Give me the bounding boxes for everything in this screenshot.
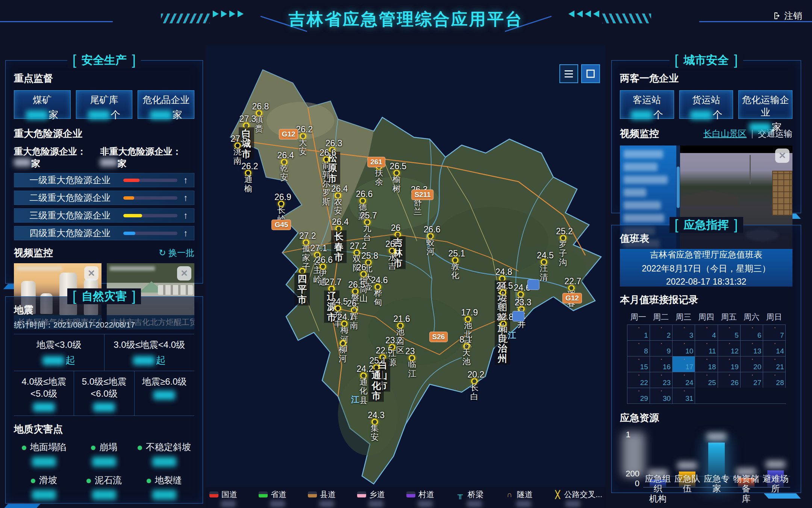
calendar-day-cell[interactable]: 31 bbox=[673, 388, 695, 403]
geo-hazard-item: 泥石流 bbox=[74, 474, 134, 501]
calendar-dot-icon bbox=[638, 375, 639, 376]
two-passenger-heading: 两客一危企业 bbox=[620, 72, 792, 85]
hidden-value bbox=[418, 500, 433, 507]
weather-station: 24.6桦甸 bbox=[375, 284, 381, 290]
stat-suffix: 个 bbox=[653, 108, 663, 121]
two-passenger-buttons: 客运站个货运站个危化运输企业家 bbox=[620, 90, 792, 119]
weekday-label: 周四 bbox=[695, 312, 717, 322]
station-name: 临江 bbox=[408, 360, 416, 378]
calendar-day-cell[interactable]: 21 bbox=[763, 356, 786, 372]
calendar-day-cell[interactable]: 29 bbox=[627, 388, 650, 403]
stat-button[interactable]: 货运站个 bbox=[679, 90, 733, 119]
calendar-day-cell[interactable]: 17 bbox=[673, 356, 695, 372]
hidden-value bbox=[152, 490, 176, 500]
calendar-day-cell[interactable]: 15 bbox=[627, 356, 650, 372]
station-temperature: 24.8 bbox=[495, 267, 512, 277]
calendar-day-cell[interactable]: 26 bbox=[718, 372, 741, 388]
calendar-day-cell[interactable]: 12 bbox=[718, 340, 741, 356]
province-map[interactable]: 26.8镇赉27.3白城市27.5洮南26.2大安26.2通榆26.4乾安26.… bbox=[206, 45, 605, 508]
stat-button[interactable]: 煤矿家 bbox=[14, 90, 71, 119]
logout-button[interactable]: 注销 bbox=[773, 10, 802, 22]
calendar-day-cell[interactable]: 23 bbox=[650, 372, 673, 388]
calendar-day-cell[interactable]: 27 bbox=[741, 372, 763, 388]
weather-station: 26.6德惠 bbox=[359, 198, 366, 204]
calendar-day-cell[interactable]: 1 bbox=[627, 325, 650, 340]
station-name: 农安 bbox=[334, 197, 342, 215]
stat-button[interactable]: 危化运输企业家 bbox=[738, 90, 792, 119]
hidden-value bbox=[749, 123, 771, 132]
chart-x-labels: 应急组织 机构应急队伍应急专家物资储备 库避难场所 bbox=[643, 474, 790, 503]
weather-station: 26.6伊通 bbox=[320, 263, 326, 270]
calendar-day-cell[interactable]: 10 bbox=[673, 340, 695, 356]
calendar-day-cell[interactable]: 7 bbox=[763, 325, 786, 340]
green-dot-icon bbox=[22, 446, 26, 450]
stat-suffix: 个 bbox=[713, 108, 723, 121]
calendar-dot-icon bbox=[661, 390, 662, 391]
calendar-day-cell[interactable]: 2 bbox=[650, 325, 673, 340]
hidden-value bbox=[42, 356, 64, 365]
calendar-dot-icon bbox=[638, 327, 639, 328]
stat-button[interactable]: 危化品企业家 bbox=[138, 90, 194, 119]
hidden-value bbox=[32, 490, 56, 500]
station-temperature: 27.5 bbox=[230, 133, 247, 144]
bar-category-label: 物资储备 库 bbox=[732, 474, 761, 503]
calendar-day-cell[interactable]: 28 bbox=[763, 372, 786, 388]
geo-hazard-heading: 地质灾害点 bbox=[14, 423, 194, 436]
weather-station: 17.9池北区 bbox=[465, 316, 471, 323]
weather-station: 22.7珲春 bbox=[568, 285, 574, 291]
calendar-day-cell[interactable]: 9 bbox=[650, 340, 673, 356]
legend-label: 省道 bbox=[271, 489, 286, 500]
calendar-dot-icon bbox=[729, 327, 730, 328]
map-layers-button[interactable] bbox=[559, 64, 578, 83]
weather-station: 26烟筒山 bbox=[361, 271, 367, 277]
calendar-day-cell[interactable]: 30 bbox=[650, 388, 673, 403]
map-fullscreen-button[interactable] bbox=[581, 64, 600, 83]
calendar-dot-icon bbox=[706, 359, 707, 360]
station-temperature: 24.6 bbox=[371, 275, 388, 285]
weather-station: 24.5安图 bbox=[500, 289, 506, 296]
station-temperature: 23 bbox=[405, 346, 415, 356]
station-temperature: 8.1 bbox=[459, 334, 471, 344]
hazard-level-label: 二级重大危险源企业 bbox=[14, 192, 123, 204]
close-icon[interactable]: ✕ bbox=[177, 266, 191, 281]
weather-station: 26.6前郭尔罗斯 bbox=[323, 156, 330, 162]
calendar-day-cell[interactable]: 13 bbox=[741, 340, 763, 356]
hazard-level-row: 一级重大危险源企业↑ bbox=[14, 173, 194, 187]
weather-station: 20.2长白 bbox=[471, 378, 477, 384]
calendar-day-cell[interactable]: 6 bbox=[741, 325, 763, 340]
green-dot-icon bbox=[86, 479, 91, 483]
calendar-day-cell[interactable]: 20 bbox=[741, 356, 763, 372]
calendar-day-cell[interactable]: 22 bbox=[627, 372, 650, 388]
calendar-day-cell[interactable]: 11 bbox=[695, 340, 718, 356]
close-icon[interactable]: ✕ bbox=[84, 266, 98, 281]
river-label: 江 bbox=[351, 394, 359, 405]
duty-table-card[interactable]: 吉林省应急管理厅应急值班表 2022年8月17日（今日，星期三） 2022-08… bbox=[620, 249, 792, 287]
river-label: 江 bbox=[508, 330, 516, 341]
key-supervision-heading: 重点监督 bbox=[14, 72, 194, 85]
weekday-label: 周一 bbox=[627, 312, 650, 322]
geo-hazard-label: 滑坡 bbox=[14, 474, 74, 486]
close-icon[interactable]: ✕ bbox=[775, 149, 789, 163]
station-temperature: 26 bbox=[347, 298, 357, 308]
green-dot-icon bbox=[91, 446, 95, 450]
stat-button[interactable]: 客运站个 bbox=[620, 90, 674, 119]
calendar-day-number: 24 bbox=[685, 379, 693, 387]
calendar-day-cell[interactable]: 14 bbox=[763, 340, 786, 356]
calendar-day-cell[interactable]: 3 bbox=[673, 325, 695, 340]
refresh-batch-link[interactable]: ↻ 换一批 bbox=[159, 247, 194, 259]
calendar-day-cell[interactable]: 19 bbox=[718, 356, 741, 372]
calendar-day-cell[interactable]: 16 bbox=[650, 356, 673, 372]
stat-button-value: 个 bbox=[620, 108, 674, 121]
calendar-day-cell[interactable]: 5 bbox=[718, 325, 741, 340]
calendar-day-cell[interactable]: 4 bbox=[695, 325, 718, 340]
calendar-day-cell[interactable]: 25 bbox=[695, 372, 718, 388]
calendar-day-cell[interactable]: 8 bbox=[627, 340, 650, 356]
station-temperature: 26.5 bbox=[348, 280, 365, 290]
calendar-day-cell[interactable]: 24 bbox=[673, 372, 695, 388]
stat-button[interactable]: 尾矿库个 bbox=[76, 90, 133, 119]
hazard-level-bar bbox=[123, 196, 134, 200]
duty-line-1: 吉林省应急管理厅应急值班表 bbox=[620, 249, 792, 261]
geo-hazard-label: 地面塌陷 bbox=[14, 441, 74, 453]
calendar-day-cell[interactable]: 18 bbox=[695, 356, 718, 372]
weekday-label: 周日 bbox=[763, 312, 785, 322]
